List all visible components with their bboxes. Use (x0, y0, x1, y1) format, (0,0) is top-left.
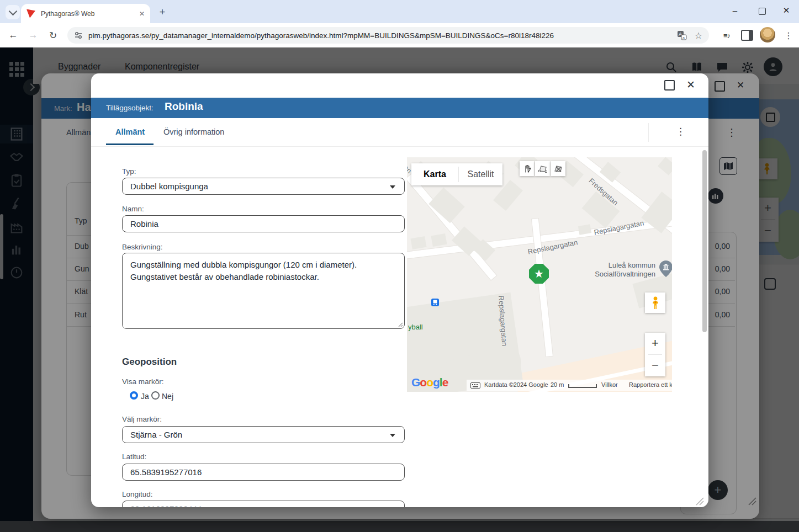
beskrivning-value: Gungställning med dubbla kompisgungor (1… (130, 259, 395, 283)
pegman-icon (650, 296, 660, 310)
modal-close-button[interactable]: ✕ (686, 78, 695, 91)
poi-pin-icon[interactable] (659, 260, 672, 278)
bus-stop-icon[interactable] (431, 299, 439, 306)
polygon-icon (538, 164, 547, 173)
modal-title-bar: Tilläggsobjekt: Robinia (91, 98, 708, 118)
valj-markor-select[interactable]: Stjärna - Grön (122, 426, 405, 443)
latitud-input[interactable]: 65.5839195277016 (122, 464, 405, 481)
keyboard-icon[interactable] (470, 382, 480, 389)
map-attribution-bar: Kartdata ©2024 Google 20 m Villkor Rappo… (467, 380, 672, 391)
zoom-control: + − (645, 333, 665, 376)
window-close-button[interactable]: ✕ (778, 6, 795, 15)
longitud-label: Longitud: (122, 490, 153, 498)
pan-tool-button[interactable] (520, 161, 535, 176)
poi-clipped-label: yball (408, 323, 423, 331)
map-data-attribution: Kartdata ©2024 Google (484, 381, 548, 388)
radio-ja-label: Ja (141, 392, 149, 401)
report-map-error-link[interactable]: Rapportera ett kartfel (629, 381, 672, 388)
svg-text:a: a (682, 36, 685, 40)
longitud-value: 22.1616837080444 (130, 504, 202, 507)
forward-button[interactable]: → (25, 28, 41, 43)
hand-icon (523, 164, 532, 173)
tab-ovrig-information[interactable]: Övrig information (163, 127, 224, 136)
polygon-delete-icon (554, 164, 563, 173)
visa-markor-label: Visa markör: (122, 377, 164, 386)
beskrivning-label: Beskrivning: (122, 243, 163, 251)
browser-tabstrip: Pythagoras® Web ✕ + – ✕ (0, 0, 799, 23)
zoom-in-button[interactable]: + (645, 333, 665, 353)
typ-select[interactable]: Dubbel kompisgunga (122, 178, 405, 195)
google-logo[interactable]: Google (411, 376, 448, 389)
translate-icon[interactable]: Aa (677, 30, 687, 40)
new-tab-button[interactable]: + (156, 6, 169, 19)
tab-search-button[interactable] (6, 5, 20, 19)
valj-markor-value: Stjärna - Grön (130, 430, 182, 439)
reload-button[interactable]: ↻ (45, 28, 61, 43)
music-note-icon: ♪ (727, 31, 731, 40)
typ-label: Typ: (122, 167, 136, 175)
modal-menu-button[interactable]: ⋮ (676, 126, 685, 137)
window-minimize-button[interactable]: – (727, 6, 743, 15)
map-scale-bar (568, 384, 597, 388)
browser-toolbar: ← → ↻ pim.pythagoras.se/py_datamanager_i… (0, 23, 799, 48)
tab-title: Pythagoras® Web (41, 10, 139, 18)
profile-avatar[interactable] (760, 27, 775, 42)
valj-markor-label: Välj markör: (122, 415, 162, 423)
modal-maximize-button[interactable] (664, 80, 675, 91)
pythagoras-favicon-icon (27, 9, 35, 18)
tab-allmant[interactable]: Allmänt (115, 127, 145, 136)
url-text: pim.pythagoras.se/py_datamanager_interna… (88, 31, 677, 40)
playlist-icon: ≡ (723, 31, 727, 40)
screen: Pythagoras® Web ✕ + – ✕ ← → ↻ pim.pythag… (0, 0, 799, 532)
browser-tab[interactable]: Pythagoras® Web ✕ (21, 4, 150, 23)
star-marker[interactable]: ★ (529, 264, 549, 284)
address-bar[interactable]: pim.pythagoras.se/py_datamanager_interna… (67, 27, 709, 44)
radio-nej-label: Nej (162, 392, 173, 401)
star-icon: ★ (534, 267, 544, 280)
poi-name-line2[interactable]: Socialförvaltningen (578, 270, 655, 278)
latitud-label: Latitud: (122, 453, 146, 461)
media-controls-button[interactable]: ≡♪ (719, 28, 734, 43)
modal-scrollbar[interactable] (702, 150, 707, 332)
tillaggsobjekt-modal: ✕ Tilläggsobjekt: Robinia Allmänt Övrig … (91, 73, 708, 507)
zoom-out-button[interactable]: − (645, 355, 665, 375)
beskrivning-textarea[interactable]: Gungställning med dubbla kompisgungor (1… (122, 253, 405, 329)
delete-polygon-button[interactable] (551, 161, 565, 176)
map-type-control: Karta Satellit (411, 163, 502, 185)
map-scale-label: 20 m (551, 381, 564, 388)
poi-name-line1[interactable]: Luleå kommun (589, 261, 655, 269)
tab-close-icon[interactable]: ✕ (139, 10, 145, 18)
google-map[interactable]: Fredsgatan Repslagargatan Repslagargatan… (407, 157, 672, 392)
chevron-down-icon (8, 7, 17, 15)
modal-title-label: Tilläggsobjekt: (106, 104, 154, 112)
typ-value: Dubbel kompisgunga (130, 182, 208, 191)
map-type-satellit-button[interactable]: Satellit (459, 163, 502, 185)
site-settings-icon[interactable] (74, 31, 83, 40)
geoposition-heading: Geoposition (122, 357, 177, 368)
radio-ja[interactable] (130, 391, 138, 400)
pegman-button[interactable] (645, 292, 665, 313)
namn-label: Namn: (122, 205, 144, 213)
modal-resize-handle[interactable] (694, 496, 704, 506)
window-maximize-button[interactable] (759, 8, 766, 15)
map-type-karta-button[interactable]: Karta (411, 163, 458, 185)
chevron-down-icon (390, 185, 395, 189)
draw-polygon-button[interactable] (535, 161, 550, 176)
modal-title: Robinia (165, 100, 203, 113)
latitud-value: 65.5839195277016 (130, 467, 202, 477)
chevron-down-icon (390, 434, 395, 437)
radio-nej[interactable] (151, 391, 160, 400)
namn-input[interactable]: Robinia (122, 215, 405, 232)
active-tab-underline (106, 143, 154, 145)
namn-value: Robinia (130, 219, 158, 228)
textarea-resize-handle[interactable] (398, 322, 403, 327)
side-panel-button[interactable] (741, 30, 753, 41)
map-road (407, 174, 496, 280)
back-button[interactable]: ← (6, 28, 21, 43)
terms-link[interactable]: Villkor (601, 381, 618, 388)
bookmark-star-icon[interactable]: ☆ (695, 30, 702, 41)
longitud-input[interactable]: 22.1616837080444 (122, 501, 405, 507)
browser-menu-button[interactable]: ⋮ (781, 28, 796, 43)
